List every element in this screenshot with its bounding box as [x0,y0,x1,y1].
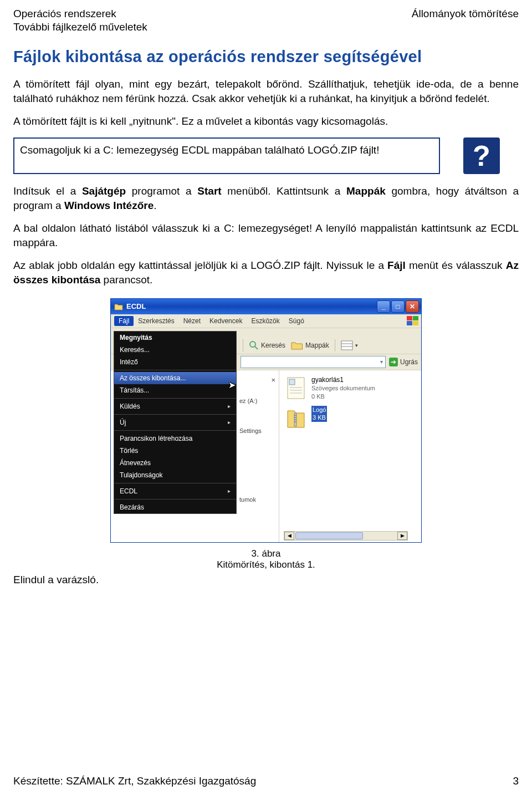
task-box: Csomagoljuk ki a C: lemezegység ECDL map… [13,137,440,174]
text: parancsot. [100,274,152,286]
svg-line-1 [255,346,258,349]
footer-left: Készítette: SZÁMALK Zrt, Szakképzési Iga… [13,775,256,787]
windows-flag-icon [407,316,419,326]
file-item[interactable]: gyakorlás1 Szöveges dokumentum 0 KB [285,376,417,400]
page-title: Fájlok kibontása az operációs rendszer s… [13,48,519,66]
text-bold: Sajátgép [82,185,126,197]
address-input[interactable]: ▾ [241,356,386,368]
menu-item-label: ECDL [120,487,137,495]
go-arrow-icon: ➔ [389,358,398,366]
file-list-pane: gyakorlás1 Szöveges dokumentum 0 KB Logó… [279,370,421,542]
folder-icon [114,303,123,310]
menu-separator [114,414,236,415]
search-icon [249,340,259,350]
menu-item-label: Küldés [120,402,140,410]
menu-view[interactable]: Nézet [179,316,205,326]
chevron-right-icon: ▸ [228,403,231,409]
close-icon[interactable]: × [271,376,275,384]
header-left-line2: További fájlkezelő műveletek [13,21,519,33]
menu-separator [114,483,236,483]
menu-favorites[interactable]: Kedvencek [205,316,247,326]
maximize-button[interactable]: □ [391,300,405,313]
go-button[interactable]: ➔ Ugrás [389,358,418,366]
menu-help[interactable]: Súgó [284,316,309,326]
paragraph-after-figure: Elindul a varázsló. [13,574,519,586]
toolbar-search-button[interactable]: Keresés [249,340,285,350]
cursor-icon: ➤ [228,380,236,390]
menu-item-label: Az összes kibontása... [120,374,186,382]
scroll-left-button[interactable]: ◀ [284,532,294,540]
file-item-selected[interactable]: Logó 3 KB [285,406,417,430]
svg-point-0 [250,342,255,347]
paragraph-2: A tömörített fájlt is ki kell „nyitnunk"… [13,114,519,129]
chevron-down-icon[interactable]: ▾ [380,359,383,365]
scroll-track[interactable] [294,532,397,540]
paragraph-1: A tömörített fájl olyan, mint egy bezárt… [13,77,519,105]
footer-page-number: 3 [513,775,519,787]
paragraph-4: A bal oldalon látható listából válasszuk… [13,221,519,249]
menu-item-ecdl[interactable]: ECDL ▸ [114,485,236,497]
folders-icon [291,340,303,350]
menu-item-sendto[interactable]: Küldés ▸ [114,400,236,412]
explorer-window: ECDL _ □ ✕ Fájl Szerkesztés Nézet Kedven… [110,298,422,543]
text: menüt és válasszuk [406,259,506,271]
text: . [154,200,156,211]
menu-edit[interactable]: Szerkesztés [134,316,178,326]
menu-item-new[interactable]: Új ▸ [114,416,236,429]
zip-file-icon [285,406,307,430]
menu-item-open[interactable]: Megnyitás [114,332,236,344]
help-icon: ? [463,137,500,174]
scroll-thumb[interactable] [295,532,363,539]
toolbar-views-button[interactable]: ▾ [341,340,358,350]
views-icon [341,340,353,350]
file-type: Szöveges dokumentum [311,384,375,392]
menu-item-extract-all[interactable]: Az összes kibontása... [114,372,236,384]
header-left-line1: Operációs rendszerek [13,8,116,20]
file-size: 0 KB [311,393,375,400]
menu-item-explorer[interactable]: Intéző [114,356,236,368]
go-label: Ugrás [400,358,418,366]
horizontal-scrollbar[interactable]: ◀ ▶ [284,531,408,541]
text-bold: Fájl [387,259,406,271]
menu-tools[interactable]: Eszközök [247,316,284,326]
figure-number: 3. ábra [13,548,519,559]
window-titlebar[interactable]: ECDL _ □ ✕ [111,299,421,314]
menu-separator [114,398,236,399]
folder-tree-remnant: × ez (A:) Settings tumok [236,370,279,542]
tree-item[interactable]: tumok [236,493,279,506]
figure-caption: Kitömörítés, kibontás 1. [13,559,519,570]
minimize-button[interactable]: _ [377,300,390,313]
menu-item-label: Új [120,419,126,426]
svg-rect-2 [341,341,352,350]
close-button[interactable]: ✕ [406,300,419,313]
paragraph-5: Az ablak jobb oldalán egy kattintással j… [13,258,519,287]
menu-separator [114,370,236,370]
file-name: gyakorlás1 [311,376,375,385]
scroll-right-button[interactable]: ▶ [397,532,407,540]
menu-item-search[interactable]: Keresés... [114,344,236,356]
toolbar-folders-button[interactable]: Mappák [291,340,329,350]
tree-item[interactable]: ez (A:) [236,394,279,407]
menu-item-rename[interactable]: Átnevezés [114,457,236,469]
menu-item-properties[interactable]: Tulajdonságok [114,469,236,481]
menu-item-associate[interactable]: Társítás... [114,384,236,396]
menu-separator [114,430,236,431]
toolbar-separator [335,339,335,351]
text: menüből. Kattintsunk a [222,185,346,197]
text: Az ablak jobb oldalán egy kattintással j… [13,259,387,271]
menu-file[interactable]: Fájl [114,316,134,326]
menu-item-close[interactable]: Bezárás [114,501,236,513]
menu-bar: Fájl Szerkesztés Nézet Kedvencek Eszközö… [111,314,421,328]
window-title: ECDL [126,302,377,310]
svg-rect-6 [289,379,295,385]
menu-item-shortcut[interactable]: Parancsikon létrehozása [114,432,236,445]
text: Indítsuk el a [13,185,82,197]
tree-item[interactable]: Settings [236,424,279,437]
file-menu-dropdown: Megnyitás Keresés... Intéző Az összes ki… [114,331,237,514]
paragraph-3: Indítsuk el a Sajátgép programot a Start… [13,184,519,212]
menu-item-delete[interactable]: Törlés [114,445,236,457]
header-right: Állományok tömörítése [412,8,519,20]
text-file-icon [285,376,307,400]
text-bold: Start [197,185,221,197]
chevron-right-icon: ▸ [228,488,231,494]
